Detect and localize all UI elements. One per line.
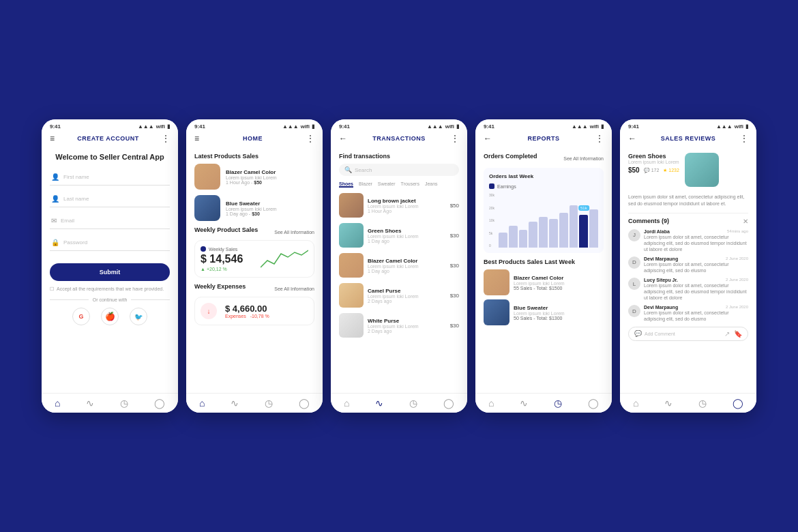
profile-nav-3[interactable]: ◯	[443, 398, 454, 409]
bookmark-icon[interactable]: 🔖	[734, 330, 742, 338]
search-bar[interactable]: 🔍 Search	[339, 164, 459, 176]
tab-trousers[interactable]: Trousers	[401, 181, 419, 188]
google-icon[interactable]: G	[72, 308, 90, 325]
back-icon-3[interactable]: ←	[339, 134, 347, 143]
profile-nav-4[interactable]: ◯	[588, 398, 599, 409]
more-icon-3[interactable]: ⋮	[451, 134, 459, 143]
more-icon-2[interactable]: ⋮	[306, 134, 314, 143]
profile-nav-5[interactable]: ◯	[733, 398, 743, 409]
lastname-field[interactable]: 👤 Last name	[50, 191, 170, 207]
trans-thumb-blazer	[339, 253, 364, 278]
back-icon-5[interactable]: ←	[628, 134, 636, 143]
nav-bar-5: ← SALES REVIEWS ⋮	[620, 131, 756, 147]
firstname-placeholder: First name	[63, 174, 89, 180]
product-info-1: Blazer Camel Color Lorem ipsum loki Lore…	[226, 169, 314, 185]
nav-title-1: CREATE ACCOUNT	[77, 135, 139, 142]
back-icon-4[interactable]: ←	[484, 134, 492, 143]
status-bar-3: 9:41 ▲▲▲ wifi ▮	[331, 119, 467, 131]
apple-icon[interactable]: 🍎	[101, 308, 119, 325]
phone-home: 9:41 ▲▲▲ wifi ▮ ≡ HOME ⋮ Latest Products…	[186, 119, 323, 413]
trans-item-2: Green Shoes Lorem ipsum loki Lorem 1 Day…	[339, 223, 459, 248]
add-comment-bar[interactable]: 💬 Add Comment ↗ 🔖	[628, 327, 748, 341]
reports-content: Orders Completed See All Information Ord…	[475, 147, 612, 393]
nav-bar-1: ≡ CREATE ACCOUNT ⋮	[42, 131, 178, 147]
best-thumb-camel	[484, 269, 509, 295]
trans-info-4: Camel Purse Lorem ipsum loki Lorem 2 Day…	[368, 288, 446, 304]
profile-nav-1[interactable]: ◯	[154, 398, 165, 409]
tab-sweater[interactable]: Sweater	[378, 181, 396, 188]
firstname-field[interactable]: 👤 First name	[50, 169, 170, 186]
home-nav-5[interactable]: ⌂	[633, 398, 638, 409]
email-field[interactable]: ✉ Email	[50, 213, 170, 229]
status-bar-4: 9:41 ▲▲▲ wifi ▮	[475, 119, 612, 131]
time-comment-2: 2 June 2020	[726, 256, 748, 261]
tab-jeans[interactable]: Jeans	[425, 181, 438, 188]
author-3: Lucy Sitepu Jr.	[644, 278, 678, 282]
expenses-change: -10,78 %	[250, 314, 269, 319]
profile-nav-2[interactable]: ◯	[299, 398, 310, 409]
chart-nav-4[interactable]: ∿	[520, 398, 528, 409]
more-icon-1[interactable]: ⋮	[162, 134, 170, 143]
chart-nav-2[interactable]: ∿	[231, 398, 239, 409]
comments-section: Comments (9) ✕ J Jordi Alaba 54mins ago …	[628, 213, 748, 341]
weekly-title: Weekly Product Sales	[194, 226, 258, 233]
legend-label: Earnings	[497, 184, 516, 189]
submit-button[interactable]: Submit	[50, 263, 170, 281]
chart-nav-3[interactable]: ∿	[375, 398, 383, 409]
bar-5	[539, 217, 548, 248]
see-all-expenses[interactable]: See All Information	[274, 286, 314, 291]
product-item-1: Blazer Camel Color Lorem ipsum loki Lore…	[194, 164, 314, 190]
clock-nav-4[interactable]: ◷	[554, 398, 562, 409]
bar-highlighted: 51k	[579, 215, 588, 248]
wifi-icon-2: wifi	[301, 123, 310, 130]
avatar-4: D	[628, 305, 640, 317]
status-bar-2: 9:41 ▲▲▲ wifi ▮	[186, 119, 323, 131]
review-price: $50	[628, 166, 640, 174]
clock-nav-5[interactable]: ◷	[698, 398, 707, 409]
close-icon[interactable]: ✕	[743, 218, 748, 225]
clock-nav-1[interactable]: ◷	[120, 398, 128, 409]
more-icon-5[interactable]: ⋮	[740, 134, 748, 143]
chart-nav-1[interactable]: ∿	[86, 398, 94, 409]
more-icon-4[interactable]: ⋮	[595, 134, 604, 143]
battery-icon-3: ▮	[456, 123, 459, 130]
menu-icon-2[interactable]: ≡	[194, 134, 199, 143]
product-thumb-camel	[194, 164, 220, 190]
nav-bar-4: ← REPORTS ⋮	[475, 131, 612, 147]
bottom-nav-5: ⌂ ∿ ◷ ◯	[620, 393, 756, 413]
chart-nav-5[interactable]: ∿	[664, 398, 673, 409]
trans-info-1: Long brown jacket Lorem ipsum loki Lorem…	[368, 198, 446, 213]
twitter-icon[interactable]: 🐦	[130, 308, 147, 325]
home-nav-4[interactable]: ⌂	[488, 398, 494, 409]
expenses-label: Expenses	[225, 314, 246, 319]
home-nav-2[interactable]: ⌂	[199, 398, 205, 409]
home-nav-1[interactable]: ⌂	[55, 398, 60, 409]
comments-header: Comments (9) ✕	[628, 218, 748, 225]
menu-icon-1[interactable]: ≡	[50, 134, 55, 143]
best-name-2: Blue Sweater	[514, 305, 604, 311]
legend-dot	[489, 183, 494, 189]
trans-thumb-purse	[339, 283, 364, 308]
tab-shoes[interactable]: Shoes	[339, 181, 353, 188]
trans-thumb-jacket	[339, 193, 364, 218]
password-field[interactable]: 🔒 Password	[50, 235, 170, 251]
see-all-weekly[interactable]: See All Information	[274, 230, 314, 235]
share-icon[interactable]: ↗	[724, 330, 730, 338]
home-nav-3[interactable]: ⌂	[344, 398, 349, 409]
home-content: Latest Products Sales Blazer Camel Color…	[186, 147, 323, 393]
status-bar-5: 9:41 ▲▲▲ wifi ▮	[620, 119, 756, 131]
see-all-orders[interactable]: See All Information	[563, 156, 604, 161]
clock-nav-2[interactable]: ◷	[265, 398, 273, 409]
trans-sub-1: Lorem ipsum loki Lorem	[368, 204, 446, 209]
bar-1	[499, 233, 507, 248]
clock-nav-3[interactable]: ◷	[409, 398, 417, 409]
battery-icon-5: ▮	[745, 123, 748, 130]
battery-icon-2: ▮	[312, 123, 314, 130]
status-icons-4: ▲▲▲ wifi ▮	[572, 123, 604, 130]
comment-4: D Devi Marpaung 2 June 2020 Lorem ipsum …	[628, 305, 748, 322]
best-product-1: Blazer Camel Color Lorem ipsum loki Lore…	[484, 269, 604, 295]
or-divider: Or continue with	[50, 297, 170, 302]
comment-1: J Jordi Alaba 54mins ago Lorem ipsum dol…	[628, 229, 748, 252]
best-product-2: Blue Sweater Lorem ipsum loki Lorem 50 S…	[484, 299, 604, 325]
tab-blazer[interactable]: Blazer	[359, 181, 372, 188]
